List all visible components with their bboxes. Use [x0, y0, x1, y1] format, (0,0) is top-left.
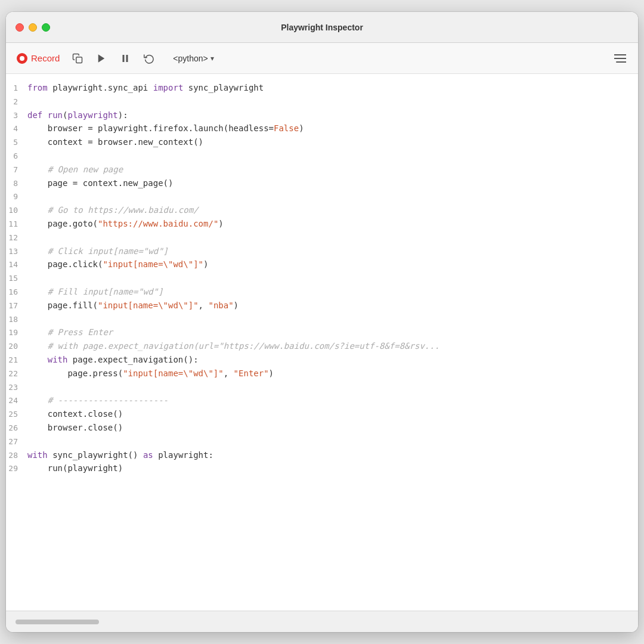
line-content — [27, 190, 32, 203]
line-content: page.click("input[name=\"wd\"]") — [27, 258, 208, 271]
code-line: 24 # ---------------------- — [6, 394, 638, 407]
line-number: 28 — [6, 450, 27, 462]
line-content: context.close() — [27, 407, 123, 420]
line-content: def run(playwright): — [27, 109, 128, 122]
toolbar-right — [609, 48, 631, 69]
line-number: 11 — [6, 218, 27, 231]
traffic-lights — [16, 23, 50, 32]
code-line: 21 with page.expect_navigation(): — [6, 353, 638, 367]
line-content — [27, 435, 32, 448]
line-number: 12 — [6, 232, 27, 244]
line-content — [27, 380, 32, 394]
line-content: browser.close() — [27, 421, 123, 434]
code-line: 22 page.press("input[name=\"wd\"]", "Ent… — [6, 367, 638, 380]
language-selector[interactable]: <python> ▾ — [168, 51, 218, 66]
line-number: 1 — [6, 82, 27, 95]
svg-marker-1 — [98, 54, 105, 63]
line-number: 7 — [6, 164, 27, 177]
line-number: 6 — [6, 150, 27, 163]
line-number: 8 — [6, 178, 27, 190]
titlebar: Playwright Inspector — [6, 12, 638, 43]
record-icon-inner — [20, 56, 24, 61]
line-content: # Open new page — [27, 163, 123, 176]
line-number: 22 — [6, 368, 27, 380]
minimize-button[interactable] — [29, 23, 37, 32]
line-content: # with page.expect_navigation(url="https… — [27, 339, 439, 352]
line-number: 4 — [6, 123, 27, 135]
code-line: 19 # Press Enter — [6, 326, 638, 339]
code-line: 6 — [6, 149, 638, 163]
chevron-down-icon: ▾ — [210, 54, 214, 63]
code-line: 20 # with page.expect_navigation(url="ht… — [6, 339, 638, 353]
language-label: <python> — [173, 54, 208, 63]
code-line: 28with sync_playwright() as playwright: — [6, 448, 638, 462]
code-line: 4 browser = playwright.firefox.launch(he… — [6, 122, 638, 135]
record-label: Record — [31, 53, 60, 63]
menu-button[interactable] — [609, 48, 631, 69]
line-number: 21 — [6, 354, 27, 367]
toolbar: Record <python> ▾ — [6, 43, 638, 74]
line-number: 13 — [6, 246, 27, 258]
line-number: 14 — [6, 259, 27, 271]
play-button[interactable] — [92, 49, 111, 68]
pause-button[interactable] — [116, 49, 135, 68]
line-content — [27, 149, 32, 162]
code-line: 29 run(playwright) — [6, 462, 638, 475]
line-content: # ---------------------- — [27, 394, 168, 407]
line-number: 26 — [6, 422, 27, 435]
line-content: browser = playwright.firefox.launch(head… — [27, 122, 304, 135]
line-content: page.press("input[name=\"wd\"]", "Enter"… — [27, 367, 274, 380]
line-number: 10 — [6, 205, 27, 217]
code-line: 14 page.click("input[name=\"wd\"]") — [6, 258, 638, 271]
line-content: with page.expect_navigation(): — [27, 353, 199, 366]
line-content — [27, 312, 32, 326]
record-button[interactable]: Record — [13, 51, 63, 66]
line-number: 2 — [6, 96, 27, 109]
reset-button[interactable] — [140, 49, 159, 68]
line-content — [27, 271, 32, 284]
line-content: from playwright.sync_api import sync_pla… — [27, 81, 264, 94]
line-number: 3 — [6, 110, 27, 122]
code-line: 5 context = browser.new_context() — [6, 135, 638, 149]
line-content: page = context.new_page() — [27, 177, 173, 190]
line-content: with sync_playwright() as playwright: — [27, 448, 213, 462]
line-number: 27 — [6, 436, 27, 448]
line-number: 25 — [6, 408, 27, 421]
scrollbar-thumb[interactable] — [16, 620, 99, 624]
playwright-inspector-window: Playwright Inspector Record — [6, 12, 638, 632]
copy-button[interactable] — [68, 49, 87, 68]
line-number: 20 — [6, 340, 27, 353]
line-number: 23 — [6, 382, 27, 394]
code-editor[interactable]: 1from playwright.sync_api import sync_pl… — [6, 74, 638, 611]
code-line: 16 # Fill input[name="wd"] — [6, 285, 638, 299]
code-line: 27 — [6, 435, 638, 448]
code-line: 17 page.fill("input[name=\"wd\"]", "nba"… — [6, 299, 638, 312]
code-line: 1from playwright.sync_api import sync_pl… — [6, 81, 638, 95]
code-line: 13 # Click input[name="wd"] — [6, 244, 638, 258]
line-number: 9 — [6, 191, 27, 203]
line-content: # Press Enter — [27, 326, 113, 339]
svg-rect-3 — [126, 55, 128, 62]
code-line: 25 context.close() — [6, 407, 638, 421]
code-line: 10 # Go to https://www.baidu.com/ — [6, 203, 638, 217]
code-line: 23 — [6, 380, 638, 394]
code-line: 7 # Open new page — [6, 163, 638, 177]
line-number: 15 — [6, 273, 27, 285]
line-content: # Click input[name="wd"] — [27, 244, 168, 258]
code-line: 3def run(playwright): — [6, 109, 638, 122]
code-line: 11 page.goto("https://www.baidu.com/") — [6, 217, 638, 231]
code-line: 12 — [6, 231, 638, 244]
line-number: 19 — [6, 327, 27, 339]
line-number: 16 — [6, 286, 27, 299]
maximize-button[interactable] — [42, 23, 50, 32]
line-content — [27, 231, 32, 244]
code-line: 15 — [6, 271, 638, 285]
line-number: 29 — [6, 463, 27, 475]
window-title: Playwright Inspector — [281, 23, 363, 32]
close-button[interactable] — [16, 23, 24, 32]
code-line: 2 — [6, 95, 638, 109]
code-line: 8 page = context.new_page() — [6, 177, 638, 190]
line-content: run(playwright) — [27, 462, 123, 475]
code-line: 26 browser.close() — [6, 421, 638, 435]
svg-rect-0 — [76, 57, 82, 63]
